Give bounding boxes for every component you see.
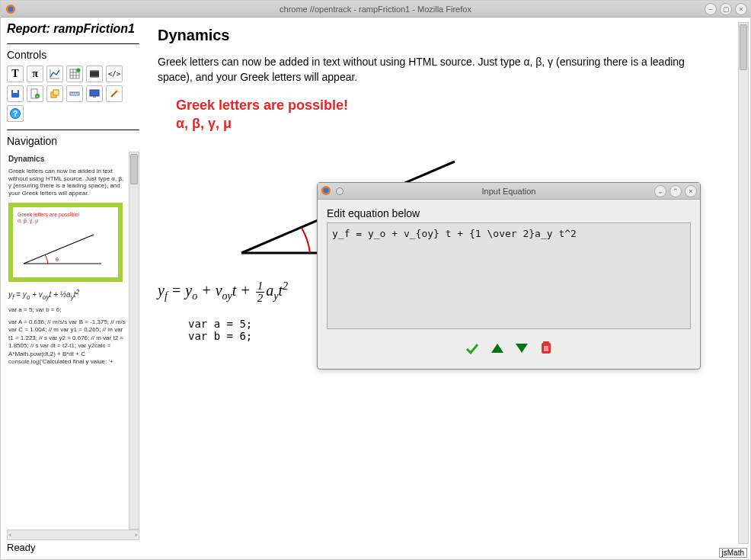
dialog-indicator-icon [336, 187, 344, 195]
svg-point-29 [118, 91, 119, 92]
video-tool-icon[interactable] [86, 66, 103, 82]
wand-tool-icon[interactable] [106, 85, 123, 102]
nav-thumbnail[interactable]: Greek letters are possible! α, β, γ, μ θ [8, 203, 123, 282]
nav-equation: yf = yo + voyt + ½ayt2 [8, 288, 127, 301]
pi-tool-icon[interactable]: π [27, 66, 43, 82]
window-titlebar: chrome //opentrack - rampFriction1 - Moz… [1, 1, 750, 18]
svg-rect-12 [90, 77, 99, 78]
firefox-icon [321, 185, 331, 197]
dialog-titlebar[interactable]: Input Equation ⌄ ⌃ × [318, 183, 700, 200]
chart-tool-icon[interactable] [46, 66, 63, 82]
svg-rect-19 [53, 90, 59, 95]
svg-point-39 [324, 187, 329, 193]
navigation-heading: Navigation [7, 135, 139, 147]
nav-horizontal-scrollbar[interactable]: ‹› [7, 530, 139, 540]
nav-doc-title: Dynamics [8, 155, 127, 163]
svg-marker-41 [516, 344, 528, 353]
window-title: chrome //opentrack - rampFriction1 - Moz… [280, 5, 471, 14]
callout-text: Greek letters are possible! α, β, γ, μ [176, 97, 735, 133]
svg-point-1 [8, 6, 14, 11]
svg-text:?: ? [13, 110, 18, 118]
dialog-maximize-button[interactable]: ⌃ [670, 185, 682, 197]
svg-marker-40 [491, 344, 503, 353]
dialog-label: Edit equation below [327, 207, 691, 219]
svg-line-26 [111, 91, 117, 97]
equation-input[interactable] [327, 222, 691, 329]
dialog-close-button[interactable]: × [685, 185, 697, 197]
save-tool-icon[interactable] [7, 85, 24, 102]
svg-rect-43 [543, 341, 549, 344]
window-close-button[interactable]: × [735, 3, 747, 15]
svg-line-33 [24, 235, 94, 264]
nav-code-1: var a = 5; var b = 6; [8, 306, 127, 314]
layers-tool-icon[interactable] [46, 85, 63, 102]
window-maximize-button[interactable]: ▢ [720, 3, 732, 15]
window-minimize-button[interactable]: – [705, 3, 717, 15]
nav-vertical-scrollbar[interactable] [129, 152, 139, 530]
accept-button[interactable] [465, 341, 480, 358]
new-doc-tool-icon[interactable]: + [27, 85, 43, 102]
navigation-pane[interactable]: Dynamics Greek letters can now be added … [7, 152, 129, 530]
move-up-button[interactable] [490, 341, 505, 358]
svg-text:θ: θ [56, 257, 59, 262]
svg-rect-25 [93, 96, 96, 98]
text-tool-icon[interactable]: T [7, 66, 24, 82]
svg-text:+: + [37, 94, 39, 98]
svg-rect-24 [90, 90, 99, 96]
input-equation-dialog: Input Equation ⌄ ⌃ × Edit equation below [317, 182, 701, 370]
dialog-title: Input Equation [482, 187, 536, 196]
code-tool-icon[interactable]: </> [106, 66, 123, 82]
svg-point-27 [117, 90, 118, 91]
nav-doc-text: Greek letters can now be added in text w… [8, 168, 127, 197]
controls-heading: Controls [7, 49, 139, 61]
svg-rect-14 [13, 90, 18, 93]
status-text: Ready [7, 540, 139, 555]
svg-rect-11 [90, 70, 99, 72]
table-tool-icon[interactable] [66, 66, 83, 82]
main-vertical-scrollbar[interactable] [738, 22, 749, 544]
sidebar: Report: rampFriction1 Controls T π </> +… [1, 18, 145, 559]
nav-code-2: var A = 0.636; // m/s/s var B = -1.375; … [8, 318, 127, 366]
jsmath-badge[interactable]: jsMath [719, 548, 747, 558]
ruler-tool-icon[interactable] [66, 85, 83, 102]
firefox-icon [5, 4, 16, 14]
svg-point-28 [115, 88, 116, 89]
monitor-tool-icon[interactable] [86, 85, 103, 102]
intro-paragraph: Greek letters can now be added in text w… [158, 55, 691, 85]
move-down-button[interactable] [514, 341, 529, 358]
dialog-minimize-button[interactable]: ⌄ [654, 185, 666, 197]
report-title: Report: rampFriction1 [7, 22, 139, 36]
toolbar: T π </> + ? [7, 66, 129, 122]
svg-rect-10 [90, 71, 99, 77]
help-tool-icon[interactable]: ? [7, 105, 24, 122]
delete-button[interactable] [539, 340, 553, 358]
page-heading: Dynamics [158, 27, 735, 44]
svg-point-9 [77, 69, 81, 72]
